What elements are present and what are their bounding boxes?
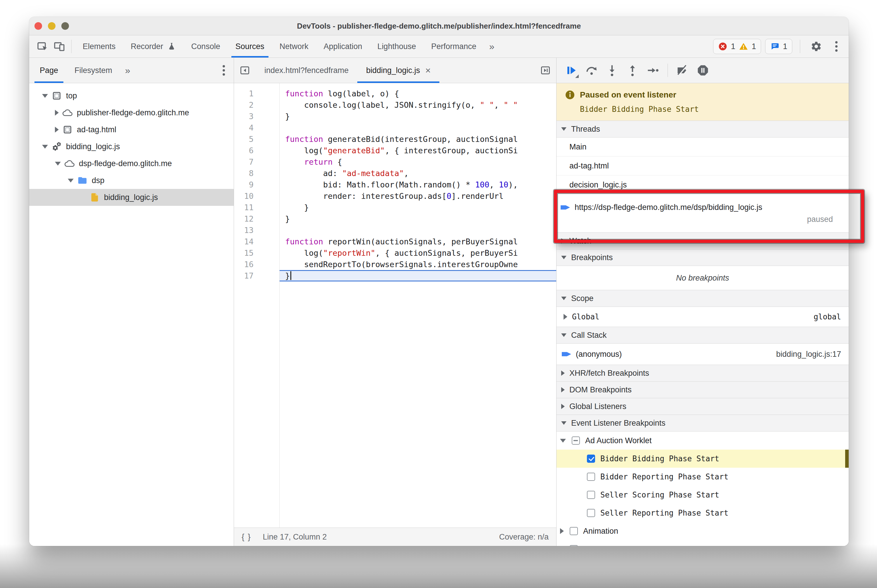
elb-animation[interactable]: Animation: [557, 522, 848, 540]
code-line-11[interactable]: 11 }: [234, 202, 556, 213]
code-line-6[interactable]: 6 log("generateBid", { interestGroup, au…: [234, 145, 556, 156]
checkbox-unchecked[interactable]: [587, 491, 595, 499]
section-breakpoints[interactable]: Breakpoints: [557, 249, 848, 266]
checkbox-unchecked[interactable]: [570, 527, 578, 535]
line-number[interactable]: 9: [234, 179, 279, 190]
thread-ad-tag[interactable]: ad-tag.html: [557, 156, 848, 176]
line-number[interactable]: 11: [234, 202, 279, 213]
tab-filesystem[interactable]: Filesystem: [66, 58, 120, 83]
pretty-print-icon[interactable]: { }: [242, 532, 251, 542]
tab-page[interactable]: Page: [32, 58, 66, 83]
line-number[interactable]: 14: [234, 236, 279, 247]
resume-script-icon[interactable]: [562, 61, 581, 80]
editor-tab-bidding-logic[interactable]: bidding_logic.js ×: [357, 58, 439, 83]
elb-bidder-bidding-phase-start[interactable]: Bidder Bidding Phase Start: [557, 450, 848, 468]
code-line-17[interactable]: 17}: [234, 270, 556, 282]
navigator-menu-icon[interactable]: [216, 63, 232, 78]
code-line-1[interactable]: 1function log(label, o) {: [234, 88, 556, 99]
inspect-element-icon[interactable]: [34, 38, 51, 55]
pause-on-exceptions-icon[interactable]: [693, 61, 712, 80]
code-line-4[interactable]: 4: [234, 122, 556, 134]
more-tabs-icon[interactable]: »: [484, 41, 500, 52]
issues-badge[interactable]: 1 1: [713, 39, 761, 54]
elb-bidder-reporting-phase-start[interactable]: Bidder Reporting Phase Start: [557, 468, 848, 486]
checkbox-indeterminate[interactable]: [572, 436, 580, 445]
section-event-listener-breakpoints[interactable]: Event Listener Breakpoints: [557, 415, 848, 432]
minimize-window-button[interactable]: [48, 22, 56, 30]
line-number[interactable]: 16: [234, 259, 279, 270]
tab-network[interactable]: Network: [272, 35, 316, 57]
code-line-3[interactable]: 3}: [234, 111, 556, 122]
elb-ad-auction-worklet[interactable]: Ad Auction Worklet: [557, 432, 848, 450]
elb-canvas[interactable]: Canvas: [557, 540, 848, 546]
line-number[interactable]: 2: [234, 99, 279, 111]
messages-badge[interactable]: 1: [765, 39, 792, 54]
chevron-down-icon[interactable]: [68, 178, 74, 183]
chevron-down-icon[interactable]: [42, 94, 48, 98]
section-threads[interactable]: Threads: [557, 121, 848, 138]
zoom-window-button[interactable]: [61, 22, 69, 30]
code-line-13[interactable]: 13: [234, 225, 556, 236]
code-line-10[interactable]: 10 render: interestGroup.ads[0].renderUr…: [234, 190, 556, 202]
section-call-stack[interactable]: Call Stack: [557, 327, 848, 344]
device-toolbar-icon[interactable]: [51, 38, 68, 55]
close-icon[interactable]: ×: [425, 66, 431, 75]
tab-application[interactable]: Application: [316, 35, 370, 57]
line-number[interactable]: 4: [234, 122, 279, 134]
line-number[interactable]: 1: [234, 88, 279, 99]
settings-gear-icon[interactable]: [808, 38, 825, 55]
tree-item-publisher-domain[interactable]: publisher-fledge-demo.glitch.me: [29, 104, 234, 121]
line-number[interactable]: 17: [234, 270, 279, 282]
code-line-12[interactable]: 12}: [234, 213, 556, 225]
chevron-right-icon[interactable]: [560, 528, 564, 534]
line-number[interactable]: 7: [234, 156, 279, 168]
section-scope[interactable]: Scope: [557, 290, 848, 307]
call-stack-frame[interactable]: (anonymous) bidding_logic.js:17: [557, 344, 848, 365]
checkbox-unchecked[interactable]: [587, 472, 595, 481]
chevron-right-icon[interactable]: [55, 110, 59, 116]
chevron-down-icon[interactable]: [42, 145, 48, 148]
scope-global-row[interactable]: Global global: [557, 307, 848, 327]
line-number[interactable]: 15: [234, 247, 279, 259]
code-line-7[interactable]: 7 return {: [234, 156, 556, 168]
deactivate-breakpoints-icon[interactable]: [673, 61, 692, 80]
editor-tab-index[interactable]: index.html?fencedframe: [256, 58, 357, 83]
step-out-icon[interactable]: [623, 61, 642, 80]
tab-elements[interactable]: Elements: [75, 35, 123, 57]
line-number[interactable]: 10: [234, 190, 279, 202]
thread-decision-logic[interactable]: decision_logic.js: [557, 176, 848, 195]
code-line-5[interactable]: 5function generateBid(interestGroup, auc…: [234, 134, 556, 145]
code-viewer[interactable]: 1function log(label, o) {2 console.log(l…: [234, 83, 556, 528]
code-line-16[interactable]: 16 sendReportTo(browserSignals.interestG…: [234, 259, 556, 270]
elb-seller-reporting-phase-start[interactable]: Seller Reporting Phase Start: [557, 504, 848, 522]
chevron-down-icon[interactable]: [55, 162, 61, 165]
tab-performance[interactable]: Performance: [424, 35, 484, 57]
chevron-right-icon[interactable]: [55, 127, 59, 132]
tree-item-dsp-folder[interactable]: dsp: [29, 172, 234, 189]
close-window-button[interactable]: [35, 22, 42, 30]
tab-overflow-icon[interactable]: [535, 58, 556, 83]
elb-seller-scoring-phase-start[interactable]: Seller Scoring Phase Start: [557, 486, 848, 504]
checkbox-unchecked[interactable]: [570, 545, 578, 546]
thread-bidding-logic-paused[interactable]: https://dsp-fledge-demo.glitch.me/dsp/bi…: [557, 195, 848, 233]
line-number[interactable]: 5: [234, 134, 279, 145]
tab-lighthouse[interactable]: Lighthouse: [370, 35, 424, 57]
section-dom-breakpoints[interactable]: DOM Breakpoints: [557, 381, 848, 398]
chevron-down-icon[interactable]: [560, 439, 566, 442]
line-number[interactable]: 12: [234, 213, 279, 225]
code-line-9[interactable]: 9 bid: Math.floor(Math.random() * 100, 1…: [234, 179, 556, 190]
tree-item-bidding-logic-file[interactable]: bidding_logic.js: [29, 189, 234, 206]
hide-navigator-icon[interactable]: [234, 58, 256, 83]
chevron-right-icon[interactable]: [564, 314, 567, 320]
line-number[interactable]: 6: [234, 145, 279, 156]
code-line-2[interactable]: 2 console.log(label, JSON.stringify(o, "…: [234, 99, 556, 111]
section-xhr-breakpoints[interactable]: XHR/fetch Breakpoints: [557, 364, 848, 382]
step-icon[interactable]: [644, 61, 662, 80]
tab-console[interactable]: Console: [184, 35, 228, 57]
tree-item-ad-tag[interactable]: ad-tag.html: [29, 121, 234, 138]
thread-main[interactable]: Main: [557, 138, 848, 156]
step-into-icon[interactable]: [603, 61, 621, 80]
checkbox-checked[interactable]: [587, 454, 595, 463]
line-number[interactable]: 13: [234, 225, 279, 236]
code-line-8[interactable]: 8 ad: "ad-metadata",: [234, 168, 556, 179]
